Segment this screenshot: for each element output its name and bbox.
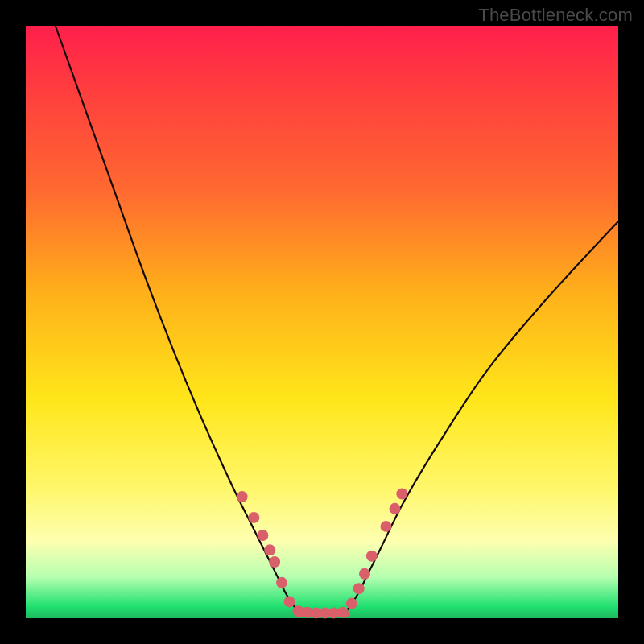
data-marker	[390, 503, 401, 514]
curve-right	[345, 221, 618, 613]
plot-area	[26, 26, 618, 618]
data-marker	[237, 491, 248, 502]
watermark-text: TheBottleneck.com	[478, 5, 633, 26]
data-marker	[257, 530, 268, 541]
data-marker	[284, 596, 295, 607]
data-marker	[346, 598, 357, 609]
marker-group	[237, 488, 408, 618]
data-marker	[337, 607, 349, 618]
data-marker	[359, 568, 370, 580]
data-marker	[264, 544, 275, 555]
curve-layer	[26, 26, 618, 618]
data-marker	[248, 512, 259, 523]
data-marker	[366, 551, 378, 562]
data-marker	[380, 521, 391, 532]
chart-container: TheBottleneck.com	[0, 0, 644, 644]
data-marker	[276, 577, 287, 588]
data-marker	[396, 488, 407, 499]
data-marker	[353, 583, 365, 594]
data-marker	[269, 556, 280, 568]
curve-left	[56, 26, 299, 613]
